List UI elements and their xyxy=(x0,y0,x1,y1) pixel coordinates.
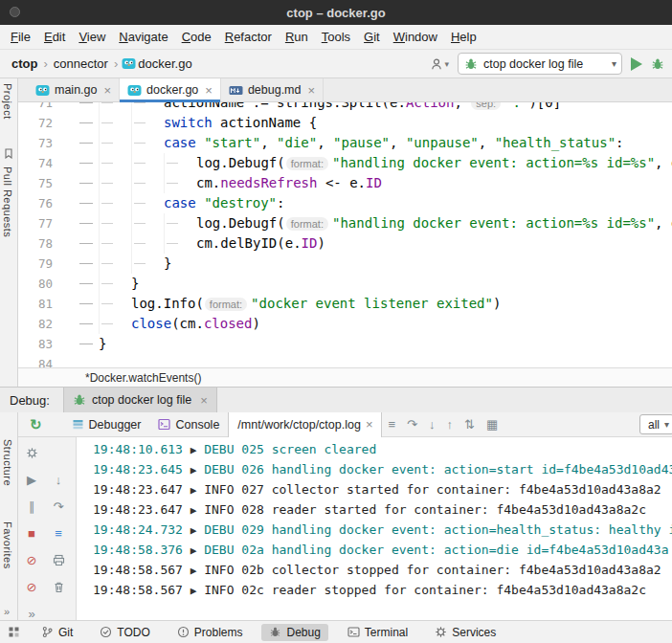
code-token: ) xyxy=(493,296,501,311)
code-token: } xyxy=(164,255,171,271)
menu-tools[interactable]: Tools xyxy=(315,27,357,47)
close-icon[interactable]: × xyxy=(103,83,111,98)
log-timestamp: 19:48:24.732 xyxy=(93,522,190,537)
menu-run[interactable]: Run xyxy=(279,27,315,47)
menu-view[interactable]: View xyxy=(72,27,112,47)
show-execution-point-icon[interactable]: ≡ xyxy=(45,520,72,546)
code-token: log.Debugf( xyxy=(196,155,285,170)
menu-navigate[interactable]: Navigate xyxy=(112,27,174,47)
close-icon[interactable]: × xyxy=(308,83,316,98)
breadcrumb-item[interactable]: connector xyxy=(52,56,110,71)
todo-icon xyxy=(100,626,112,638)
rerun-button[interactable]: ↻ xyxy=(30,416,42,433)
tab-whitespace-mark xyxy=(131,193,164,213)
debug-session-tab[interactable]: ctop docker log file × xyxy=(63,388,217,413)
code-token: "handling docker event: action=%s id=%s" xyxy=(332,155,655,170)
menu-code[interactable]: Code xyxy=(175,27,218,47)
menu-bar: FileEditViewNavigateCodeRefactorRunTools… xyxy=(0,25,672,50)
close-icon[interactable]: × xyxy=(366,417,373,432)
line-number: 75 xyxy=(18,173,53,193)
more-tool-windows-icon[interactable]: » xyxy=(4,606,10,617)
tab-whitespace-mark xyxy=(99,173,131,193)
close-icon[interactable]: × xyxy=(200,393,208,408)
gutter-fold-mark xyxy=(53,113,99,133)
settings-icon[interactable] xyxy=(18,439,45,466)
menu-file[interactable]: File xyxy=(4,27,37,47)
code-editor[interactable]: 71actionName := strings.Split(e.Action, … xyxy=(18,102,672,367)
line-number: 84 xyxy=(18,354,53,367)
chevron-down-icon: ▾ xyxy=(664,419,669,430)
print-icon[interactable] xyxy=(45,546,72,573)
run-button[interactable] xyxy=(631,57,642,71)
tab-label: Console xyxy=(175,418,219,432)
run-config-select[interactable]: ctop docker log file ▾ xyxy=(458,53,622,75)
log-console[interactable]: 19:48:10.613 ▶ DEBU 025 screen cleared19… xyxy=(77,437,672,620)
tab-whitespace-mark xyxy=(131,113,164,133)
up-arrow-icon[interactable]: ↑ xyxy=(440,417,459,432)
log-timestamp: 19:48:23.647 xyxy=(93,482,190,497)
view-breakpoints-icon[interactable]: ⊘ xyxy=(18,573,45,600)
code-token: , xyxy=(317,135,333,150)
tab-debug-md[interactable]: debug.md× xyxy=(221,78,324,101)
mute-breakpoints-icon[interactable]: ⊘ xyxy=(18,546,45,573)
grid-icon[interactable]: ▦ xyxy=(481,417,504,432)
menu-icon[interactable]: ≡ xyxy=(382,417,401,432)
run-controls: ▾ ctop docker log file ▾ xyxy=(430,53,664,75)
toolwindow-button-debug[interactable]: Debug xyxy=(261,624,327,641)
code-line: 74log.Debugf(format:"handling docker eve… xyxy=(18,153,672,173)
breadcrumb-item[interactable]: docker.go xyxy=(136,56,193,71)
sidebar-item-pull-requests[interactable]: Pull Requests xyxy=(2,166,13,237)
debug-button[interactable] xyxy=(651,57,664,71)
step-over-icon[interactable]: ↷ xyxy=(45,493,72,520)
debug-tab-console[interactable]: Console xyxy=(149,412,228,437)
code-token: ) xyxy=(252,316,259,331)
code-token: "die" xyxy=(277,135,317,150)
menu-window[interactable]: Window xyxy=(387,27,444,47)
tab-whitespace-mark xyxy=(131,254,164,274)
tool-window-switcher-icon[interactable] xyxy=(8,626,20,638)
debugger-icon xyxy=(72,418,84,431)
resume-icon[interactable]: ▶ xyxy=(18,466,45,493)
method-breadcrumb[interactable]: *Docker.watchEvents() xyxy=(85,371,201,385)
code-text: log.Debugf(format:"handling docker event… xyxy=(196,213,672,233)
sort-arrows-icon[interactable]: ⇅ xyxy=(459,417,481,432)
step-into-icon[interactable]: ↓ xyxy=(45,466,72,493)
sidebar-item-favorites[interactable]: Favorites xyxy=(2,521,13,569)
bookmark-icon[interactable] xyxy=(4,145,13,163)
account-widget[interactable]: ▾ xyxy=(430,57,449,71)
menu-git[interactable]: Git xyxy=(357,27,387,47)
toolwindow-button-problems[interactable]: Problems xyxy=(169,624,251,641)
clear-all-icon[interactable] xyxy=(45,573,72,600)
tab-main-go[interactable]: main.go× xyxy=(28,78,120,101)
breadcrumb-item[interactable]: ctop xyxy=(10,56,39,71)
code-text: actionName := strings.Split(e.Action, se… xyxy=(164,102,561,113)
toolwindow-button-todo[interactable]: TODO xyxy=(92,624,157,641)
log-message: collector started for container: f4be4a5… xyxy=(272,482,661,497)
down-arrow-icon[interactable]: ↓ xyxy=(423,417,441,432)
close-icon[interactable]: × xyxy=(205,83,213,98)
toolwindow-label: Debug xyxy=(286,626,320,639)
log-timestamp: 19:48:58.567 xyxy=(93,583,190,597)
tab-docker-go[interactable]: docker.go× xyxy=(120,78,221,101)
sidebar-item-project[interactable]: Project xyxy=(2,83,13,120)
gutter-fold-mark xyxy=(53,294,99,314)
menu-refactor[interactable]: Refactor xyxy=(218,27,279,47)
log-filter-select[interactable]: all ▾ xyxy=(639,414,672,434)
stop-icon[interactable]: ■ xyxy=(18,520,45,546)
log-message: screen cleared xyxy=(272,442,377,456)
toolwindow-button-services[interactable]: Services xyxy=(427,624,504,641)
ide-window: ctop – docker.go FileEditViewNavigateCod… xyxy=(0,0,672,643)
log-timestamp: 19:48:23.645 xyxy=(93,462,190,477)
tab-label: main.go xyxy=(55,83,97,97)
toolwindow-button-terminal[interactable]: Terminal xyxy=(340,624,415,641)
window-control-icon[interactable] xyxy=(10,7,20,17)
menu-help[interactable]: Help xyxy=(444,27,483,47)
debug-tab-debugger[interactable]: Debugger xyxy=(63,412,150,437)
debug-tab--mnt-work-ctop-ctop-log[interactable]: /mnt/work/ctop/ctop.log× xyxy=(228,412,382,437)
code-token: cm.delByID(e. xyxy=(196,235,302,251)
pause-icon[interactable]: ∥ xyxy=(18,493,45,520)
toolwindow-button-git[interactable]: Git xyxy=(34,624,80,641)
curve-arrow-icon[interactable]: ↷ xyxy=(401,417,423,432)
sidebar-item-structure[interactable]: Structure xyxy=(2,439,13,486)
menu-edit[interactable]: Edit xyxy=(37,27,72,47)
